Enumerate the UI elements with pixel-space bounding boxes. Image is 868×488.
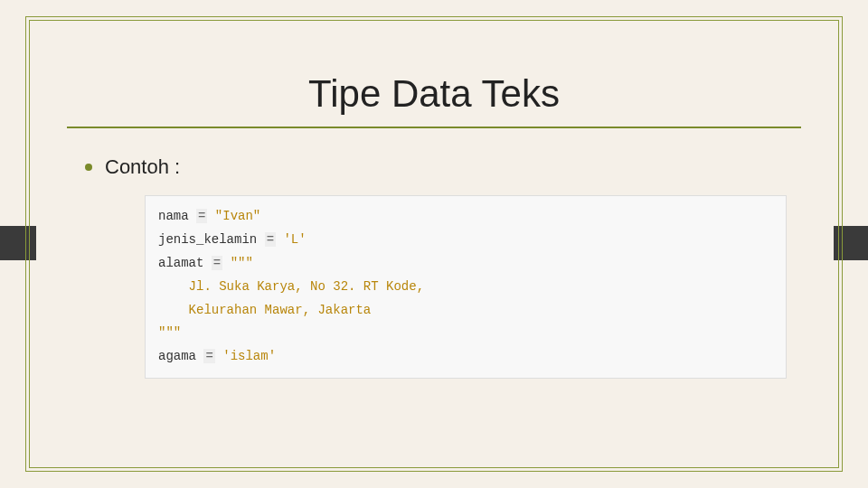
slide-content: Tipe Data Teks Contoh : nama = "Ivan" je… [63, 72, 805, 379]
code-string: "Ivan" [215, 209, 260, 223]
bullet-label: Contoh : [105, 155, 180, 179]
code-string: 'L' [283, 232, 306, 247]
code-op: = [203, 349, 214, 363]
code-op: = [212, 256, 222, 270]
title-underline [67, 127, 801, 128]
code-string: """ [158, 325, 181, 340]
code-ident: nama [158, 209, 189, 223]
code-example: nama = "Ivan" jenis_kelamin = 'L' alamat… [145, 195, 787, 379]
code-string: 'islam' [222, 349, 276, 363]
code-string: Jl. Suka Karya, No 32. RT Kode, [158, 279, 424, 294]
code-op: = [265, 232, 276, 247]
code-ident: agama [158, 349, 196, 363]
code-string: """ [231, 256, 253, 270]
code-ident: alamat [158, 256, 203, 270]
code-string: Kelurahan Mawar, Jakarta [158, 303, 371, 317]
bullet-icon [85, 164, 92, 171]
code-op: = [196, 209, 207, 223]
bullet-item: Contoh : [85, 155, 805, 179]
slide-title: Tipe Data Teks [63, 72, 805, 116]
code-ident: jenis_kelamin [158, 232, 257, 247]
